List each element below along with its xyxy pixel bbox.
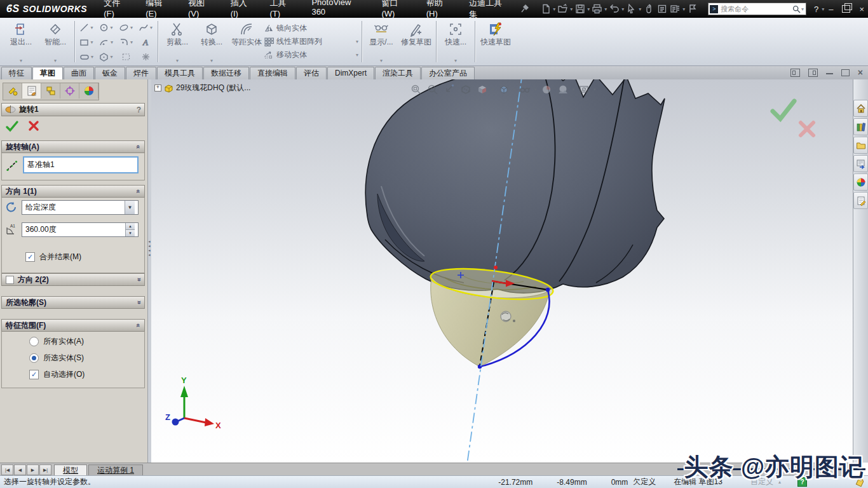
new-document-icon[interactable] (539, 3, 552, 15)
restore-document-icon[interactable] (841, 69, 850, 76)
auto-select-option[interactable]: ✓ 自动选择(O) (29, 369, 85, 380)
axis-selection-field[interactable]: 基准轴1 (23, 156, 139, 173)
feature-manager-tab[interactable] (3, 83, 22, 98)
attachment-icon[interactable] (642, 3, 655, 15)
linear-pattern-button[interactable]: 线性草图阵列 ▾ (264, 35, 360, 48)
edit-appearance-icon[interactable] (538, 83, 555, 97)
offset-entities-button[interactable]: 等距实体 (229, 18, 264, 65)
prev-tab-icon[interactable]: ◀ (14, 464, 26, 475)
rose-bud-solid[interactable] (365, 79, 665, 293)
fillet-tool[interactable]: ▾ (116, 37, 136, 47)
graphics-viewport[interactable]: Y X Z + 29玫瑰花DHQ (默认... ▾ ▾ ▾ ▾ (151, 79, 853, 463)
direction2-checkbox[interactable] (6, 276, 14, 284)
tab-weldments[interactable]: 焊件 (126, 67, 156, 79)
print-caret-icon[interactable]: ▾ (604, 6, 607, 12)
section-view-icon[interactable] (458, 83, 474, 97)
appearances-tab[interactable] (853, 173, 868, 191)
search-input[interactable]: 搜索命令 (721, 4, 792, 14)
smart-dimension-caret-icon[interactable]: ▾ (54, 58, 57, 65)
pane-left-icon[interactable] (790, 69, 800, 77)
rapid-snap-caret-icon[interactable]: ▾ (454, 58, 457, 65)
view-palette-tab[interactable] (853, 155, 868, 172)
model-tab[interactable]: 模型 (54, 464, 87, 476)
selected-bodies-option[interactable]: 所选实体(S) (29, 353, 84, 363)
scene-caret-icon[interactable]: ▾ (573, 87, 575, 92)
angle-spinner[interactable]: ▲▼ (125, 223, 135, 236)
quick-sketch-button[interactable]: 快速草图 (477, 18, 514, 65)
convert-caret-icon[interactable]: ▾ (210, 58, 213, 65)
hide-show-caret-icon[interactable]: ▾ (534, 87, 537, 92)
restore-window-icon[interactable] (842, 5, 850, 13)
close-document-icon[interactable]: × (858, 68, 863, 77)
tab-sketch[interactable]: 草图 (32, 67, 63, 79)
open-icon[interactable] (556, 3, 569, 15)
confirm-ok-icon[interactable] (773, 101, 794, 119)
pattern-caret-icon[interactable]: ▾ (356, 39, 360, 44)
rapid-snap-button[interactable]: 快速... ▾ (438, 18, 473, 65)
motion-study-tab[interactable]: 运动算例 1 (88, 464, 143, 476)
tab-dimxpert[interactable]: DimXpert (327, 67, 374, 79)
tab-direct-editing[interactable]: 直接编辑 (250, 67, 295, 79)
tab-render-tools[interactable]: 渲染工具 (375, 67, 421, 79)
feature-scope-header[interactable]: 特征范围(F) « (1, 319, 145, 332)
feature-tree-root[interactable]: + 29玫瑰花DHQ (默认... (154, 83, 250, 93)
display-relations-button[interactable]: 显示/... ▾ (364, 18, 398, 65)
tab-sheet-metal[interactable]: 钣金 (95, 67, 125, 79)
display-style-icon[interactable] (496, 83, 512, 97)
next-tab-icon[interactable]: ▶ (27, 464, 39, 475)
display-relations-caret-icon[interactable]: ▾ (380, 58, 383, 65)
confirm-cancel-icon[interactable] (801, 123, 813, 135)
auto-select-checkbox[interactable]: ✓ (29, 370, 39, 379)
zoom-to-fit-icon[interactable] (408, 83, 424, 97)
axis-of-revolution-header[interactable]: 旋转轴(A) « (1, 140, 145, 153)
merge-result-option[interactable]: ✓ 合并结果(M) (25, 252, 81, 262)
save-icon[interactable] (573, 3, 587, 15)
help-caret-icon[interactable]: ▾ (822, 6, 824, 12)
file-explorer-tab[interactable] (853, 137, 868, 154)
move-caret-icon[interactable]: ▾ (356, 52, 360, 58)
minimize-document-icon[interactable] (826, 71, 833, 74)
view-settings-caret-icon[interactable]: ▾ (593, 87, 596, 92)
trim-caret-icon[interactable]: ▾ (176, 58, 179, 65)
new-caret-icon[interactable]: ▾ (553, 6, 555, 12)
options-icon[interactable] (668, 3, 682, 15)
zoom-to-area-icon[interactable] (424, 83, 441, 97)
search-caret-icon[interactable]: ▾ (801, 6, 804, 12)
expand-chevron-icon[interactable]: « (135, 278, 142, 281)
help-icon[interactable]: ? (814, 4, 818, 14)
dropdown-arrow-icon[interactable]: ▼ (125, 201, 135, 214)
end-condition-dropdown[interactable]: 给定深度 ▼ (22, 200, 139, 215)
arc-tool[interactable]: ▾ (97, 37, 116, 47)
spline-tool[interactable]: ▾ (136, 23, 156, 32)
options-caret-icon[interactable]: ▾ (682, 6, 685, 12)
first-tab-icon[interactable]: |◀ (1, 464, 13, 475)
cancel-button[interactable] (28, 120, 39, 132)
point-tool[interactable] (136, 53, 156, 61)
last-tab-icon[interactable]: ▶| (39, 464, 51, 475)
view-settings-icon[interactable] (576, 83, 592, 97)
exit-sketch-button[interactable]: 退出... ▾ (4, 18, 38, 65)
save-caret-icon[interactable]: ▾ (587, 6, 590, 12)
all-bodies-option[interactable]: 所有实体(A) (29, 336, 84, 347)
direction2-header[interactable]: 方向 2(2) « (1, 273, 145, 286)
minimize-window-icon[interactable]: – (829, 5, 833, 13)
trim-entities-button[interactable]: 剪裁... ▾ (160, 18, 194, 65)
collapse-chevron-icon[interactable]: « (135, 145, 142, 149)
property-manager-tab[interactable] (22, 83, 41, 98)
spin-up-icon[interactable]: ▲ (126, 223, 135, 229)
selected-bodies-radio[interactable] (29, 353, 39, 363)
tree-expander-icon[interactable]: + (154, 85, 161, 92)
merge-result-checkbox[interactable]: ✓ (25, 252, 35, 262)
select-icon[interactable] (625, 3, 638, 15)
ok-button[interactable] (5, 120, 19, 133)
print-icon[interactable] (590, 3, 604, 15)
pin-menu-icon[interactable] (520, 4, 530, 14)
polygon-tool[interactable]: ▾ (97, 52, 116, 62)
design-library-tab[interactable] (853, 118, 868, 135)
selection-box-tool[interactable] (116, 52, 136, 62)
pane-right-icon[interactable] (808, 69, 818, 77)
collapse-chevron-icon[interactable]: « (135, 323, 142, 327)
spin-down-icon[interactable]: ▼ (126, 229, 135, 236)
selected-contours-header[interactable]: 所选轮廓(S) « (1, 296, 145, 309)
direction1-header[interactable]: 方向 1(1) « (1, 185, 145, 198)
